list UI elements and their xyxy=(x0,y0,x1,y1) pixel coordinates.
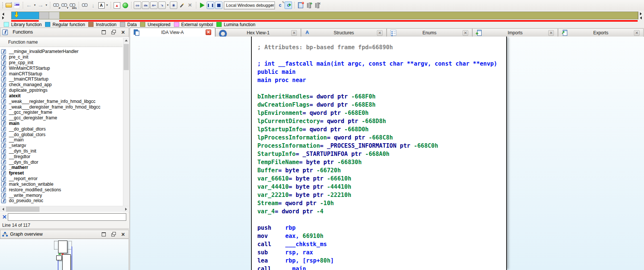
close-panel-icon[interactable] xyxy=(121,30,126,35)
asm-line[interactable]: main proc near xyxy=(257,76,497,84)
make-name-icon[interactable] xyxy=(150,1,158,9)
asm-line[interactable]: var_44410= byte ptr -44410h xyxy=(257,183,497,191)
function-list-item[interactable]: f_weak___register_frame_info_hmod_libgcc xyxy=(0,98,123,104)
undefine-icon[interactable] xyxy=(186,1,194,9)
asm-line[interactable]: lpStartupInfo= qword ptr -668D0h xyxy=(257,125,497,134)
function-list-item[interactable]: fatexit xyxy=(0,93,123,99)
navband-segment-data-2[interactable] xyxy=(49,12,60,19)
function-list-item[interactable]: f__main xyxy=(0,137,123,143)
make-data-icon[interactable] xyxy=(142,1,149,9)
ok-circle-icon[interactable] xyxy=(121,1,129,9)
function-list-item[interactable]: fmainCRTStartup xyxy=(0,71,123,76)
tab-hex-view-1[interactable]: Hex View-1✕ xyxy=(215,28,301,37)
debugger-select[interactable]: Local Windows debugger ∨ xyxy=(224,1,275,9)
navigation-band[interactable] xyxy=(11,12,638,19)
asm-line[interactable]: ProcessInformation= _PROCESS_INFORMATION… xyxy=(257,142,497,150)
float-panel-icon[interactable] xyxy=(111,30,116,35)
stop-icon[interactable] xyxy=(215,1,222,9)
asm-line[interactable]: ; Attributes: bp-based frame fpd=66890h xyxy=(257,43,497,51)
asm-line[interactable]: TempFileName= byte ptr -66830h xyxy=(257,158,497,166)
function-list-item[interactable]: f__report_error xyxy=(0,176,123,182)
asm-line[interactable]: call __main xyxy=(257,265,497,270)
function-list-item[interactable]: fduplicate_ppstrings xyxy=(0,88,123,93)
asm-line[interactable]: public main xyxy=(257,68,497,76)
edit-icon[interactable] xyxy=(178,1,185,9)
search-binary-icon[interactable]: 101 xyxy=(69,1,76,9)
tab-close-icon[interactable]: ✕ xyxy=(377,30,383,36)
disassembly-listing[interactable]: ; Attributes: bp-based frame fpd=66890h … xyxy=(257,43,497,270)
functions-vertical-scrollbar[interactable] xyxy=(123,37,129,212)
function-list-item[interactable]: f__do_global_ctors xyxy=(0,132,123,137)
asm-line[interactable]: lpEnvironment= qword ptr -668E0h xyxy=(257,109,497,117)
forward-dropdown-icon[interactable]: ▼ xyxy=(45,1,48,8)
save-icon[interactable] xyxy=(13,1,20,9)
search-text-icon[interactable]: T xyxy=(61,1,68,9)
continue-c-icon[interactable] xyxy=(285,1,292,9)
forward-icon[interactable] xyxy=(37,1,44,9)
maximize-icon[interactable] xyxy=(101,30,106,35)
asm-line[interactable]: dwCreationFlags= dword ptr -668E8h xyxy=(257,101,497,109)
navband-segment-unexplored[interactable] xyxy=(60,12,638,19)
breakpoint-delete-icon[interactable] xyxy=(313,1,321,9)
asm-line[interactable]: var_22210= byte ptr -22210h xyxy=(257,191,497,199)
asm-line[interactable] xyxy=(257,84,497,92)
text-a-icon[interactable] xyxy=(98,1,105,9)
asm-line[interactable]: mov eax, 66910h xyxy=(257,232,497,240)
back-icon[interactable] xyxy=(25,1,33,9)
back-dropdown-icon[interactable]: ▼ xyxy=(33,1,37,8)
function-list-item[interactable]: fmain xyxy=(0,121,123,126)
tab-enums[interactable]: Enums✕ xyxy=(387,28,472,37)
search-address-icon[interactable]: # xyxy=(53,1,60,9)
run-icon[interactable] xyxy=(199,1,206,9)
functions-column-header[interactable]: Function name xyxy=(0,37,123,47)
maximize-icon[interactable] xyxy=(101,232,106,237)
make-code-icon[interactable] xyxy=(134,1,141,9)
scroll-left-icon[interactable] xyxy=(0,206,6,212)
disassembly-node[interactable]: ; Attributes: bp-based frame fpd=66890h … xyxy=(251,37,507,270)
function-list-item[interactable]: f__gcc_register_frame xyxy=(0,110,123,115)
function-list-item[interactable]: fpre_cpp_init xyxy=(0,60,123,66)
function-list-item[interactable]: f_matherr xyxy=(0,165,123,170)
toolbar-grip[interactable] xyxy=(2,2,4,9)
scroll-right-icon[interactable] xyxy=(123,206,129,212)
function-list-item[interactable]: fdo_pseudo_reloc xyxy=(0,198,123,204)
tab-close-icon[interactable]: ✕ xyxy=(634,30,640,36)
make-array-icon[interactable] xyxy=(170,1,177,9)
tab-exports[interactable]: Exports✕ xyxy=(558,28,644,37)
function-list-item[interactable]: fpre_c_init xyxy=(0,54,123,60)
scrollbar-thumb[interactable] xyxy=(124,44,129,70)
tab-structures[interactable]: Structures✕ xyxy=(301,28,387,37)
functions-panel-header[interactable]: f Functions xyxy=(0,28,129,37)
asm-line[interactable]: StartupInfo= _STARTUPINFOA ptr -668A0h xyxy=(257,150,497,158)
asm-line[interactable] xyxy=(257,51,497,60)
function-list-item[interactable]: f__write_memory xyxy=(0,192,123,198)
make-string-icon[interactable] xyxy=(158,1,166,9)
function-list-item[interactable]: ffpreset xyxy=(0,170,123,176)
functions-filter-input[interactable] xyxy=(8,213,126,221)
asm-line[interactable] xyxy=(257,216,497,224)
navband-segment-data-1[interactable] xyxy=(39,12,49,19)
tab-close-icon[interactable]: ✕ xyxy=(206,29,211,35)
tab-close-icon[interactable]: ✕ xyxy=(463,30,468,36)
function-list-item[interactable]: f__gcc_deregister_frame xyxy=(0,115,123,121)
asm-line[interactable]: push rbp xyxy=(257,224,497,232)
scrollbar-thumb[interactable] xyxy=(6,207,39,212)
asm-line[interactable]: Buffer= byte ptr -66720h xyxy=(257,166,497,175)
scroll-up-icon[interactable] xyxy=(123,37,129,43)
function-list-item[interactable]: f_weak___deregister_frame_info_hmod_libg… xyxy=(0,104,123,110)
asm-line[interactable]: lea rbp, [rsp+80h] xyxy=(257,257,497,265)
make-string-dropdown-icon[interactable]: ▼ xyxy=(166,1,169,8)
function-list-item[interactable]: frestore_modified_sections xyxy=(0,187,123,192)
function-list-item[interactable]: fcheck_managed_app xyxy=(0,82,123,88)
tab-close-icon[interactable]: ✕ xyxy=(291,30,297,36)
function-list-item[interactable]: f__do_global_dtors xyxy=(0,126,123,132)
tab-close-icon[interactable]: ✕ xyxy=(548,30,554,36)
asm-line[interactable]: var_4= dword ptr -4 xyxy=(257,207,497,216)
breakpoint-add-icon[interactable] xyxy=(305,1,313,9)
asm-line[interactable]: var_66610= byte ptr -66610h xyxy=(257,175,497,183)
float-panel-icon[interactable] xyxy=(111,232,116,237)
text-a-dropdown-icon[interactable]: ▼ xyxy=(105,1,109,8)
asm-line[interactable]: call ___chkstk_ms xyxy=(257,240,497,248)
jump-down-icon[interactable] xyxy=(89,1,97,9)
function-list-item[interactable]: f__dyn_tls_dtor xyxy=(0,159,123,165)
